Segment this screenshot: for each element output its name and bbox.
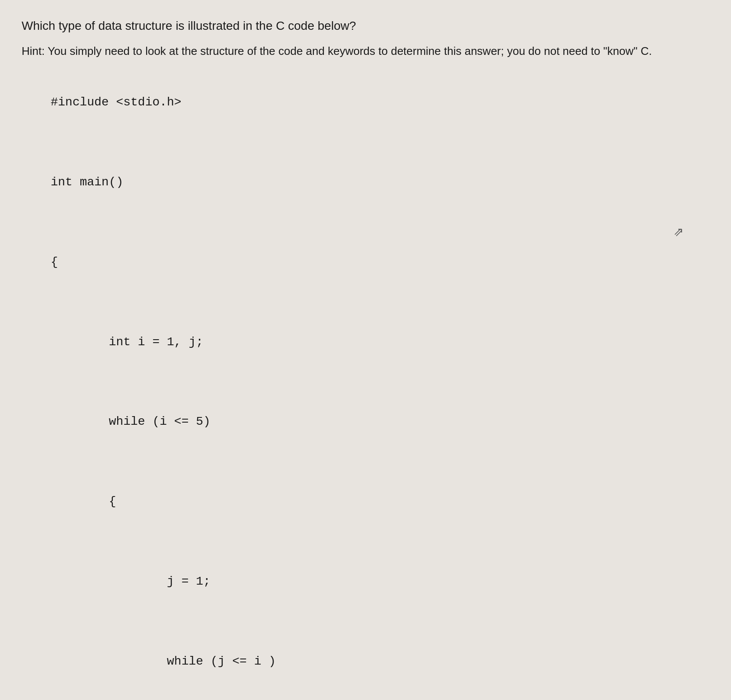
- code-line-11: {: [51, 495, 116, 508]
- code-line-13: j = 1;: [51, 575, 211, 588]
- question-text: Which type of data structure is illustra…: [22, 17, 709, 34]
- code-line-3: int main(): [51, 175, 123, 189]
- code-line-7: int i = 1, j;: [51, 335, 203, 349]
- code-block: #include <stdio.h> int main() { int i = …: [22, 73, 709, 700]
- code-line-9: while (i <= 5): [51, 415, 211, 428]
- code-line-1: #include <stdio.h>: [51, 95, 181, 109]
- cursor-indicator: ⇗: [674, 225, 683, 239]
- hint-text: Hint: You simply need to look at the str…: [22, 43, 709, 60]
- code-line-5: {: [51, 255, 58, 269]
- code-line-15: while (j <= i ): [51, 655, 276, 668]
